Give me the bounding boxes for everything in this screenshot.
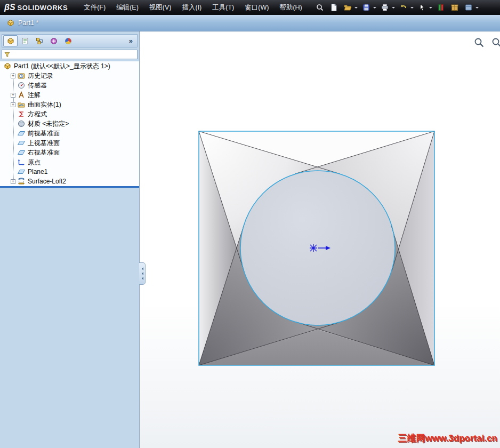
toolbox-icon[interactable] (434, 1, 447, 14)
sensor-icon (17, 81, 26, 90)
part-icon (3, 62, 12, 70)
tree-item-origin[interactable]: 原点 (0, 157, 139, 167)
chevron-left-icon (140, 277, 143, 280)
tree-item-material[interactable]: 材质 <未指定> (0, 119, 139, 129)
panel-collapse-handle[interactable] (139, 262, 146, 285)
tab-featuremanager[interactable] (3, 35, 18, 46)
tree-item-part-root[interactable]: Part1 (默认<<默认>_显示状态 1>) (0, 61, 139, 71)
tree-item-equations[interactable]: 方程式 (0, 109, 139, 119)
menu-tools[interactable]: 工具(T) (207, 1, 239, 15)
plane-icon (17, 139, 26, 147)
chevron-left-icon (140, 267, 143, 270)
tree-filter (2, 50, 138, 59)
tree-item-plane1[interactable]: Plane1 (0, 167, 139, 177)
blocks-icon (35, 37, 44, 45)
search-icon[interactable] (313, 1, 326, 14)
plane-icon (17, 148, 26, 157)
menu-window[interactable]: 窗口(W) (239, 1, 274, 15)
tree-item-label: 历史记录 (28, 71, 53, 81)
options-dropdown-caret[interactable] (475, 7, 479, 10)
filter-input[interactable] (12, 51, 135, 58)
print-icon[interactable] (378, 1, 391, 14)
new-document-icon[interactable] (327, 1, 340, 14)
tree-item-label: 上视基准面 (28, 139, 60, 148)
rollback-bar[interactable] (0, 186, 139, 188)
menu-insert[interactable]: 插入(I) (176, 1, 207, 15)
loft-top-face[interactable] (240, 171, 395, 325)
tree-item-label: Plane1 (28, 168, 47, 175)
plane-icon (17, 129, 26, 138)
main-area: 三维网www.3dportal.cn » (0, 31, 500, 448)
tree-item-label: Part1 (默认<<默认>_显示状态 1>) (14, 62, 110, 71)
tree-item-label: 材质 <未指定> (28, 119, 69, 129)
sigma-icon (17, 110, 26, 118)
save-icon[interactable] (360, 1, 373, 14)
expand-toggle[interactable]: + (11, 102, 15, 107)
history-icon (17, 71, 26, 80)
document-title: Part1 * (18, 19, 38, 27)
expand-toggle[interactable]: + (11, 93, 15, 98)
tree-item-history[interactable]: + 历史记录 (0, 71, 139, 81)
annotation-icon (17, 91, 26, 99)
menu-view[interactable]: 视图(V) (144, 1, 177, 15)
tree-item-surface-loft2[interactable]: + Surface-Loft2 (0, 177, 139, 186)
expand-toggle[interactable]: + (11, 179, 15, 184)
magnifier-icon[interactable] (473, 37, 485, 49)
form-icon (21, 37, 29, 45)
tree-item-sensors[interactable]: 传感器 (0, 81, 139, 90)
graphics-area[interactable]: 三维网www.3dportal.cn (140, 31, 500, 448)
save-dropdown-caret[interactable] (373, 7, 376, 10)
filter-funnel-icon (4, 51, 11, 58)
tree-item-label: 方程式 (28, 110, 47, 119)
options-icon[interactable] (462, 1, 475, 14)
dimxpert-icon (50, 37, 58, 45)
feature-manager-panel: » Part1 (默认<<默认>_显示状态 1>) + 历史记 (0, 31, 140, 448)
expand-toggle[interactable]: + (11, 74, 15, 78)
tree-item-label: 注解 (28, 91, 41, 100)
solidworks-logo-text: SOLIDWORKS (18, 4, 68, 12)
open-dropdown-caret[interactable] (354, 7, 358, 10)
tree-item-label: 传感器 (28, 81, 47, 90)
quick-toolbar (313, 1, 480, 14)
surface-loft-icon (17, 177, 26, 186)
open-folder-icon[interactable] (341, 1, 354, 14)
part-icon (6, 19, 15, 27)
magnifier-icon[interactable] (491, 37, 500, 49)
feature-tree: Part1 (默认<<默认>_显示状态 1>) + 历史记录 传感器 (0, 61, 139, 186)
tree-item-annotations[interactable]: + 注解 (0, 90, 139, 100)
undo-dropdown-caret[interactable] (410, 7, 414, 10)
surface-bodies-folder-icon (17, 100, 26, 109)
panel-expand-button[interactable]: » (126, 37, 136, 45)
menubar: βS SOLIDWORKS 文件(F) 编辑(E) 视图(V) 插入(I) 工具… (0, 0, 500, 15)
tree-item-label: 原点 (28, 158, 41, 167)
tab-dimxpertmanager[interactable] (46, 35, 61, 46)
solidworks-logo: βS SOLIDWORKS (4, 3, 68, 12)
box-icon[interactable] (448, 1, 461, 14)
tree-item-label: Surface-Loft2 (28, 178, 66, 185)
tree-item-label: 曲面实体(1) (28, 100, 61, 109)
origin-icon (17, 158, 26, 166)
select-cursor-icon[interactable] (416, 1, 429, 14)
print-dropdown-caret[interactable] (392, 7, 395, 10)
document-titlebar: Part1 * (0, 15, 500, 31)
tree-item-label: 右视基准面 (28, 148, 60, 157)
tab-displaymanager[interactable] (61, 35, 75, 46)
tree-item-front-plane[interactable]: 前视基准面 (0, 129, 139, 138)
panel-tab-strip: » (2, 34, 138, 47)
menu-edit[interactable]: 编辑(E) (111, 1, 144, 15)
watermark: 三维网www.3dportal.cn (398, 432, 497, 444)
model-canvas[interactable] (196, 129, 437, 370)
chevron-left-icon (140, 272, 143, 275)
tab-propertymanager[interactable] (18, 35, 32, 46)
plane-icon (17, 167, 26, 176)
tree-item-right-plane[interactable]: 右视基准面 (0, 148, 139, 157)
menu-strip: 文件(F) 编辑(E) 视图(V) 插入(I) 工具(T) 窗口(W) 帮助(H… (78, 1, 308, 15)
menu-file[interactable]: 文件(F) (78, 1, 111, 15)
tree-item-surface-bodies[interactable]: + 曲面实体(1) (0, 100, 139, 109)
solidworks-logo-mark: βS (4, 3, 15, 12)
tab-configurationmanager[interactable] (32, 35, 46, 46)
tree-item-top-plane[interactable]: 上视基准面 (0, 138, 139, 148)
menu-help[interactable]: 帮助(H) (274, 1, 307, 15)
undo-icon[interactable] (397, 1, 410, 14)
select-dropdown-caret[interactable] (429, 7, 432, 10)
